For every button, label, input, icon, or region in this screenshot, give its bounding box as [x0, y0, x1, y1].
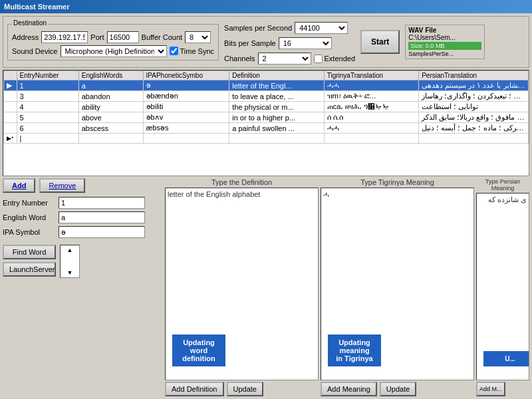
tigrinya-panel-title: Type Tigrinya Meaning — [321, 178, 474, 186]
wav-file-path: C:\Users\Sem... — [408, 34, 481, 41]
col-definition: Definition — [229, 71, 325, 80]
english-word-input[interactable] — [59, 211, 145, 223]
cell-persian: ی شانزده که متشابر با عدد ۱ در سیستم دهد… — [419, 80, 529, 91]
wav-panel: WAV File C:\Users\Sem... Size: 0.0 MB Sa… — [405, 25, 485, 59]
cell-entry: 6 — [17, 123, 78, 134]
persian-bottom-row: Add M... — [476, 382, 529, 396]
new-row-cell — [78, 134, 143, 144]
time-sync-checkbox[interactable] — [170, 47, 178, 55]
extended-checkbox[interactable] — [314, 55, 323, 63]
table-row[interactable]: 3abandonəbændənto leave a place, ...ዝm፣ … — [4, 91, 529, 102]
table-header-row: EntryNumber EnglishWords IPAPhoneticSymb… — [4, 71, 529, 80]
table-new-row[interactable]: ▶*| — [4, 134, 529, 144]
col-persian: PersianTranslation — [419, 71, 529, 80]
cell-tigrinya: ሓሓ — [324, 123, 418, 134]
find-word-button[interactable]: Find Word — [3, 245, 56, 259]
cell-entry: 4 — [17, 102, 78, 112]
row-marker — [4, 123, 17, 134]
entry-number-row: Entry Number — [3, 197, 162, 209]
add-meaning-button[interactable]: Add Meaning — [321, 382, 377, 396]
persian-panel: Type Persian Meaning ی شانزده که U... Ad… — [476, 178, 529, 396]
persian-text-content: ی شانزده که — [479, 196, 527, 204]
sound-device-label: Sound Device — [12, 47, 58, 55]
address-input[interactable] — [41, 31, 88, 43]
bits-label: Bits per Sample — [224, 39, 276, 47]
bottom-panel: Add Remove Entry Number English Word IPA… — [3, 178, 529, 396]
cell-persian: هشن ، رهاکردن ؛ تبعیدکردن ؛ واگذاری؛ رها… — [419, 91, 529, 102]
wav-file-title: WAV File — [408, 27, 481, 34]
cell-ipa: æbsəs — [143, 123, 229, 134]
left-controls: Add Remove Entry Number English Word IPA… — [3, 178, 162, 396]
update-tigrinya-button[interactable]: Update — [380, 382, 416, 396]
cell-ipa: əbændən — [143, 91, 229, 102]
content-panels: Type the Definition letter of the Englis… — [165, 178, 529, 396]
buffer-label: Buffer Count — [142, 33, 183, 41]
remove-button[interactable]: Remove — [39, 178, 85, 193]
time-sync-label: Time Sync — [180, 47, 215, 55]
definition-panel-title: Type the Definition — [165, 178, 319, 186]
tigrinya-text-area[interactable]: ሓ Updating meaning in Tigrinya — [321, 188, 474, 380]
entry-number-label: Entry Number — [3, 199, 56, 207]
cell-entry: 1 — [17, 80, 78, 91]
port-input[interactable] — [107, 31, 139, 43]
add-remove-row: Add Remove — [3, 178, 162, 193]
new-row-marker: ▶* — [4, 134, 17, 144]
new-row-cell — [229, 134, 325, 144]
cell-definition: letter of the Engl... — [229, 80, 325, 91]
cell-entry: 3 — [17, 91, 78, 102]
entry-number-input[interactable] — [59, 197, 145, 209]
ipa-symbol-input[interactable] — [59, 226, 145, 238]
cell-english: above — [78, 112, 143, 123]
cell-ipa: əbiliti — [143, 102, 229, 112]
channels-select[interactable]: 2 1 — [258, 53, 311, 65]
definition-text-area[interactable]: letter of the English alphabet Updating … — [165, 188, 319, 380]
persian-text-area[interactable]: ی شانزده که U... — [476, 193, 529, 380]
cell-ipa: əbʌv — [143, 112, 229, 123]
add-button[interactable]: Add — [3, 178, 35, 193]
cell-persian: توانایی ؛ استطاعت — [419, 102, 529, 112]
start-button[interactable]: Start — [360, 30, 400, 54]
new-row-cell — [324, 134, 418, 144]
destination-group: Destination Address Port Buffer Count 8 … — [7, 24, 219, 61]
cell-tigrinya: ሓሓ — [324, 80, 418, 91]
col-ipa: IPAPhoneticSymbo — [143, 71, 229, 80]
cell-tigrinya: ጠca، ዘዛሕ، ዓ዁ᡀᡀ — [324, 102, 418, 112]
table-row[interactable]: 6abscessæbsəsa painful swollen ...ሓሓورم … — [4, 123, 529, 134]
scroll-up-arrow[interactable]: ▲ — [67, 245, 73, 255]
scroll-down-arrow[interactable]: ▼ — [67, 268, 73, 277]
launch-server-button[interactable]: LaunchServer — [3, 262, 56, 277]
cell-english: abscess — [78, 123, 143, 134]
sound-device-select[interactable]: Microphone (High Definition Aud... — [61, 45, 167, 57]
wav-size: Size: 0.0 MB — [408, 42, 481, 50]
cell-english: abandon — [78, 91, 143, 102]
ipa-symbol-label: IPA Symbol — [3, 228, 56, 236]
port-label: Port — [90, 33, 104, 41]
definition-text-content: letter of the English alphabet — [168, 190, 316, 198]
definition-panel: Type the Definition letter of the Englis… — [165, 178, 319, 396]
buffer-select[interactable]: 8 4 16 32 — [185, 31, 211, 43]
main-window: Destination Address Port Buffer Count 8 … — [0, 13, 532, 399]
table-row[interactable]: ▶1aəletter of the Engl...ሓሓی شانزده که م… — [4, 80, 529, 91]
new-row-input[interactable]: | — [17, 134, 78, 144]
bits-select[interactable]: 16 8 — [279, 37, 332, 49]
address-label: Address — [12, 33, 39, 41]
tigrinya-overlay: Updating meaning in Tigrinya — [328, 334, 381, 366]
update-definition-button[interactable]: Update — [227, 382, 263, 396]
add-definition-button[interactable]: Add Definition — [165, 382, 224, 396]
new-row-cell — [143, 134, 229, 144]
cell-persian: ورم چرکی ؛ ماده ؛ جمل ؛ آبسه ؛ دنیل — [419, 123, 529, 134]
english-word-row: English Word — [3, 211, 162, 223]
channels-label: Channels — [224, 55, 255, 63]
cell-tigrinya: ሰ ሰ.ሰ — [324, 112, 418, 123]
table-row[interactable]: 4abilityəbilitithe physical or m...ጠca، … — [4, 102, 529, 112]
row-marker: ▶ — [4, 80, 17, 91]
add-persian-button[interactable]: Add M... — [476, 382, 505, 396]
table-row[interactable]: 5aboveəbʌvin or to a higher p...ሰ ሰ.ሰبال… — [4, 112, 529, 123]
row-marker — [4, 91, 17, 102]
cell-english: a — [78, 80, 143, 91]
samples-select[interactable]: 44100 22050 11025 — [295, 22, 348, 34]
col-english: EnglishWords — [78, 71, 143, 80]
form-fields: Entry Number English Word IPA Symbol — [3, 196, 162, 239]
row-marker — [4, 102, 17, 112]
destination-label: Destination — [12, 19, 48, 27]
